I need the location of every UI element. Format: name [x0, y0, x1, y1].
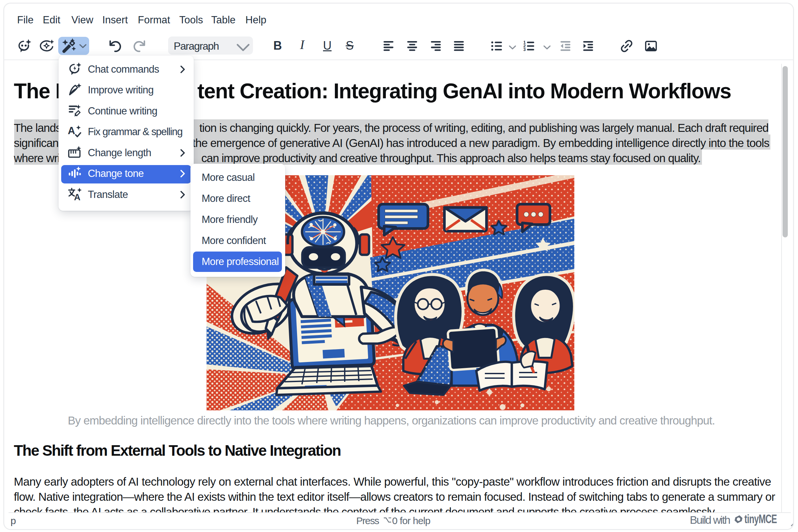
svg-text:A: A	[68, 125, 75, 136]
svg-text:3: 3	[523, 47, 526, 52]
svg-text:A: A	[74, 192, 80, 202]
